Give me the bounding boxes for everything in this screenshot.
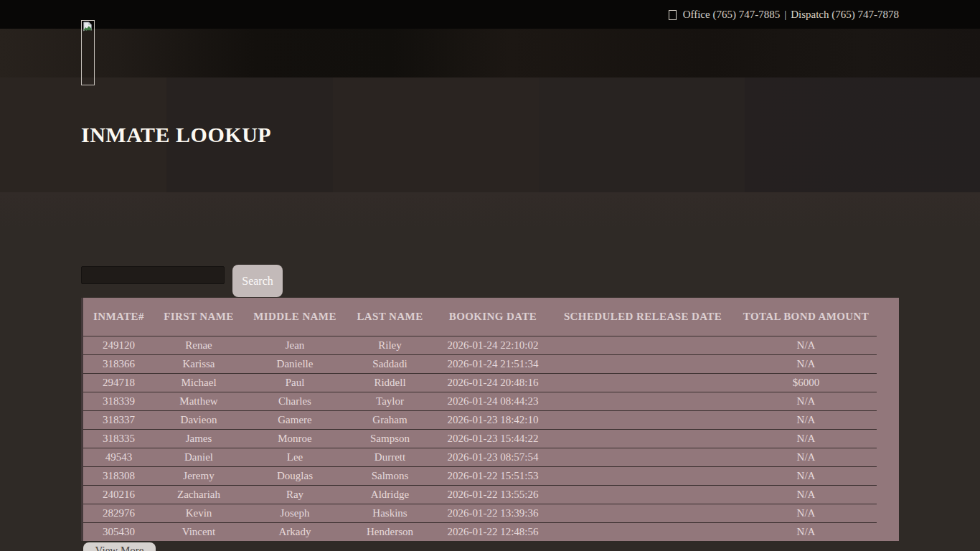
bond-cell: N/A bbox=[733, 339, 879, 352]
middle-cell: Lee bbox=[243, 451, 347, 463]
inmate-cell: 318335 bbox=[83, 433, 154, 445]
inmate-cell: 294718 bbox=[83, 377, 154, 389]
first-cell: James bbox=[154, 433, 243, 445]
header-cell-middle: MIDDLE NAME bbox=[243, 311, 347, 323]
background-hero-band bbox=[0, 29, 980, 77]
middle-cell: Paul bbox=[243, 377, 347, 389]
middle-cell: Arkady bbox=[243, 526, 347, 538]
table-row[interactable]: 282976KevinJosephHaskins2026-01-22 13:39… bbox=[83, 504, 877, 522]
table-row[interactable]: 318366KarissaDanielleSaddadi2026-01-24 2… bbox=[83, 354, 877, 373]
bond-cell: N/A bbox=[733, 489, 879, 501]
last-cell: Riley bbox=[347, 339, 433, 352]
last-cell: Haskins bbox=[347, 507, 433, 519]
booking-cell: 2026-01-23 08:57:54 bbox=[433, 451, 552, 463]
phone-separator: | bbox=[784, 9, 786, 21]
bond-cell: N/A bbox=[733, 507, 879, 519]
first-cell: Renae bbox=[154, 339, 243, 352]
middle-cell: Danielle bbox=[243, 358, 347, 370]
inmate-cell: 318308 bbox=[83, 470, 154, 482]
search-button[interactable]: Search bbox=[232, 265, 283, 297]
last-cell: Riddell bbox=[347, 377, 433, 389]
search-input[interactable] bbox=[81, 266, 225, 284]
booking-cell: 2026-01-24 08:44:23 bbox=[433, 395, 552, 408]
middle-cell: Jean bbox=[243, 339, 347, 352]
last-cell: Taylor bbox=[347, 395, 433, 408]
middle-cell: Gamere bbox=[243, 414, 347, 426]
bond-cell: N/A bbox=[733, 526, 879, 538]
table-row[interactable]: 318335JamesMonroeSampson2026-01-23 15:44… bbox=[83, 429, 877, 448]
inmate-cell: 49543 bbox=[83, 451, 154, 463]
middle-cell: Joseph bbox=[243, 507, 347, 519]
first-cell: Davieon bbox=[154, 414, 243, 426]
middle-cell: Ray bbox=[243, 489, 347, 501]
first-cell: Vincent bbox=[154, 526, 243, 538]
last-cell: Aldridge bbox=[347, 489, 433, 501]
phone-icon bbox=[669, 10, 677, 20]
booking-cell: 2026-01-23 18:42:10 bbox=[433, 414, 552, 426]
header-cell-release: SCHEDULED RELEASE DATE bbox=[552, 311, 733, 323]
booking-cell: 2026-01-24 20:48:16 bbox=[433, 377, 552, 389]
header-cell-first: FIRST NAME bbox=[154, 311, 243, 323]
booking-cell: 2026-01-23 15:44:22 bbox=[433, 433, 552, 445]
header-cell-bond: TOTAL BOND AMOUNT bbox=[733, 311, 879, 323]
inmate-cell: 318339 bbox=[83, 395, 154, 408]
bond-cell: $6000 bbox=[733, 377, 879, 389]
inmate-cell: 249120 bbox=[83, 339, 154, 352]
table-row[interactable]: 318337DavieonGamereGraham2026-01-23 18:4… bbox=[83, 410, 877, 429]
table-row[interactable]: 318308JeremyDouglasSalmons2026-01-22 15:… bbox=[83, 466, 877, 485]
dispatch-phone: Dispatch (765) 747-7878 bbox=[791, 9, 899, 21]
last-cell: Saddadi bbox=[347, 358, 433, 370]
last-cell: Durrett bbox=[347, 451, 433, 463]
middle-cell: Douglas bbox=[243, 470, 347, 482]
last-cell: Sampson bbox=[347, 433, 433, 445]
inmate-table: INMATE#FIRST NAMEMIDDLE NAMELAST NAMEBOO… bbox=[81, 298, 899, 541]
page-title: INMATE LOOKUP bbox=[81, 123, 271, 147]
first-cell: Kevin bbox=[154, 507, 243, 519]
header-cell-booking: BOOKING DATE bbox=[433, 311, 552, 323]
inmate-cell: 305430 bbox=[83, 526, 154, 538]
booking-cell: 2026-01-22 13:55:26 bbox=[433, 489, 552, 501]
table-header-row: INMATE#FIRST NAMEMIDDLE NAMELAST NAMEBOO… bbox=[83, 298, 877, 336]
view-more-button[interactable]: View More bbox=[83, 542, 156, 551]
bond-cell: N/A bbox=[733, 451, 879, 463]
topbar: Office (765) 747-7885 | Dispatch (765) 7… bbox=[0, 0, 980, 29]
booking-cell: 2026-01-22 15:51:53 bbox=[433, 470, 552, 482]
last-cell: Henderson bbox=[347, 526, 433, 538]
table-body: 249120RenaeJeanRiley2026-01-24 22:10:02N… bbox=[83, 336, 899, 541]
table-row[interactable]: 318339MatthewCharlesTaylor2026-01-24 08:… bbox=[83, 392, 877, 410]
middle-cell: Charles bbox=[243, 395, 347, 408]
inmate-cell: 240216 bbox=[83, 489, 154, 501]
table-row[interactable]: 294718MichaelPaulRiddell2026-01-24 20:48… bbox=[83, 373, 877, 392]
site-logo-broken-image[interactable] bbox=[81, 20, 95, 85]
bond-cell: N/A bbox=[733, 358, 879, 370]
last-cell: Salmons bbox=[347, 470, 433, 482]
first-cell: Michael bbox=[154, 377, 243, 389]
booking-cell: 2026-01-22 12:48:56 bbox=[433, 526, 552, 538]
booking-cell: 2026-01-24 22:10:02 bbox=[433, 339, 552, 352]
inmate-lookup-page: Office (765) 747-7885 | Dispatch (765) 7… bbox=[0, 0, 980, 551]
bond-cell: N/A bbox=[733, 433, 879, 445]
first-cell: Zachariah bbox=[154, 489, 243, 501]
last-cell: Graham bbox=[347, 414, 433, 426]
header-cell-last: LAST NAME bbox=[347, 311, 433, 323]
first-cell: Matthew bbox=[154, 395, 243, 408]
inmate-cell: 318337 bbox=[83, 414, 154, 426]
first-cell: Daniel bbox=[154, 451, 243, 463]
bond-cell: N/A bbox=[733, 470, 879, 482]
table-row[interactable]: 249120RenaeJeanRiley2026-01-24 22:10:02N… bbox=[83, 336, 877, 354]
table-row[interactable]: 240216ZachariahRayAldridge2026-01-22 13:… bbox=[83, 485, 877, 504]
first-cell: Jeremy bbox=[154, 470, 243, 482]
first-cell: Karissa bbox=[154, 358, 243, 370]
inmate-cell: 282976 bbox=[83, 507, 154, 519]
header-cell-inmate: INMATE# bbox=[83, 311, 154, 323]
bond-cell: N/A bbox=[733, 395, 879, 408]
table-row[interactable]: 305430VincentArkadyHenderson2026-01-22 1… bbox=[83, 522, 877, 541]
office-phone: Office (765) 747-7885 bbox=[683, 9, 781, 21]
bond-cell: N/A bbox=[733, 414, 879, 426]
booking-cell: 2026-01-24 21:51:34 bbox=[433, 358, 552, 370]
broken-image-icon bbox=[83, 22, 93, 32]
booking-cell: 2026-01-22 13:39:36 bbox=[433, 507, 552, 519]
table-row[interactable]: 49543DanielLeeDurrett2026-01-23 08:57:54… bbox=[83, 448, 877, 466]
inmate-cell: 318366 bbox=[83, 358, 154, 370]
middle-cell: Monroe bbox=[243, 433, 347, 445]
